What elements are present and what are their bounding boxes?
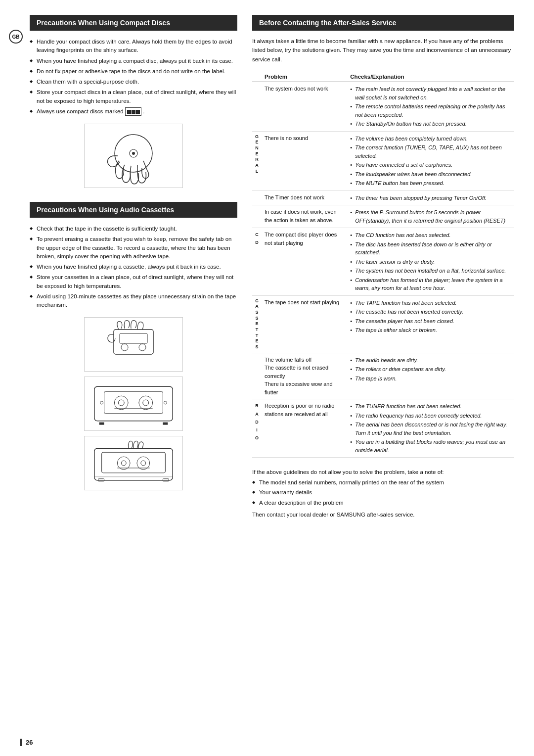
checks-cell-reset: Press the P. Surround button for 5 secon… — [347, 205, 514, 228]
cassette-device-svg — [85, 379, 182, 428]
gb-badge: GB — [9, 30, 23, 44]
svg-point-9 — [114, 396, 128, 410]
table-row: CASSETTES The tape does not start playin… — [252, 295, 514, 353]
svg-point-22 — [137, 457, 150, 470]
cassette-illustration-2 — [84, 377, 183, 431]
table-header-row: Problem Checks/Explanation — [252, 72, 514, 82]
cd-hand-svg — [89, 126, 178, 186]
svg-rect-19 — [102, 452, 166, 473]
checks-cell-timer: The timer has been stopped by pressing T… — [347, 190, 514, 205]
svg-rect-14 — [99, 423, 104, 425]
table-row: The Timer does not work The timer has be… — [252, 190, 514, 205]
footer-closing: Then contact your local dealer or SAMSUN… — [252, 510, 514, 519]
disc-bullet-3: Do not fix paper or adhesive tape to the… — [30, 66, 237, 77]
problem-cell: The system does not work — [262, 82, 347, 132]
compact-discs-header: Precautions When Using Compact Discs — [30, 15, 237, 31]
side-label-cell-cd: CD — [252, 228, 262, 296]
footer-intro: If the above guidelines do not allow you… — [252, 468, 514, 476]
svg-rect-18 — [94, 449, 173, 480]
cassette-bullet-4: Store your cassettes in a clean place, o… — [30, 272, 237, 291]
checks-cell-radio: The TUNER function has not been selected… — [347, 399, 514, 458]
footer-notes: If the above guidelines do not allow you… — [252, 468, 514, 519]
svg-point-12 — [143, 400, 149, 406]
problem-cell-reset: In case it does not work, even the actio… — [262, 205, 347, 228]
table-row: RADIO Reception is poor or no radio stat… — [252, 399, 514, 458]
footer-bullet-1: The model and serial numbers, normally p… — [252, 478, 514, 487]
aftersales-title: Before Contacting the After-Sales Servic… — [259, 19, 396, 27]
svg-rect-8 — [104, 392, 163, 414]
page-container: GB Precautions When Using Compact Discs … — [0, 0, 534, 756]
problem-cell-radio: Reception is poor or no radio stations a… — [262, 399, 347, 458]
svg-point-6 — [139, 344, 146, 351]
checks-cell: The main lead is not correctly plugged i… — [347, 82, 514, 132]
cassette-hand-svg — [89, 320, 178, 369]
side-label-cell-radio: RADIO — [252, 399, 262, 458]
table-row: GENERAL There is no sound The volume has… — [252, 131, 514, 190]
main-layout: Precautions When Using Compact Discs Han… — [30, 15, 514, 519]
footer-bullet-3: A clear description of the problem — [252, 498, 514, 507]
problem-cell-tape: The tape does not start playing — [262, 295, 347, 353]
svg-point-11 — [139, 396, 153, 410]
audio-cassettes-bullets: Check that the tape in the cassette is s… — [30, 224, 237, 310]
disc-bullet-6: Always use compact discs marked ▩▩▩ . — [30, 106, 237, 117]
checks-cell-tape: The TAPE function has not been selected.… — [347, 295, 514, 353]
audio-cassettes-title: Precautions When Using Audio Cassettes — [37, 206, 174, 214]
disc-symbol: ▩▩▩ — [125, 107, 141, 116]
audio-cassettes-header: Precautions When Using Audio Cassettes — [30, 202, 237, 218]
table-row: In case it does not work, even the actio… — [252, 205, 514, 228]
left-column: Precautions When Using Compact Discs Han… — [30, 15, 237, 519]
side-label-cell-timer — [252, 190, 262, 205]
aftersales-header: Before Contacting the After-Sales Servic… — [252, 15, 514, 31]
cassette-bullet-1: Check that the tape in the cassette is s… — [30, 224, 237, 234]
gb-label: GB — [12, 34, 20, 40]
right-column: Before Contacting the After-Sales Servic… — [252, 15, 514, 519]
svg-point-21 — [121, 461, 126, 466]
cassette-bullet-3: When you have finished playing a cassett… — [30, 262, 237, 272]
cassette-bullet-2: To prevent erasing a cassette that you w… — [30, 234, 237, 262]
checks-cell-sound: The volume has been completely turned do… — [347, 131, 514, 190]
svg-point-16 — [100, 401, 103, 404]
disc-bullet-1: Handle your compact discs with care. Alw… — [30, 37, 237, 56]
compact-discs-title: Precautions When Using Compact Discs — [37, 19, 170, 27]
side-label-cell-cass: CASSETTES — [252, 295, 262, 353]
th-problem: Problem — [262, 72, 347, 82]
cd-illustration — [84, 124, 183, 188]
th-checks: Checks/Explanation — [347, 72, 514, 82]
cassette-loading-svg — [85, 438, 182, 488]
compact-discs-section: Precautions When Using Compact Discs Han… — [30, 15, 237, 188]
problem-cell-cd: The compact disc player does not start p… — [262, 228, 347, 296]
checks-cell-volume: The audio heads are dirty. The rollers o… — [347, 353, 514, 399]
svg-rect-4 — [120, 333, 147, 343]
svg-point-2 — [132, 152, 135, 155]
disc-bullet-4: Clean them with a special-purpose cloth. — [30, 77, 237, 87]
cassette-bullet-5: Avoid using 120-minute cassettes as they… — [30, 291, 237, 311]
aftersales-intro: It always takes a little time to become … — [252, 37, 514, 64]
side-label-cell-general: GENERAL — [252, 131, 262, 190]
compact-discs-bullets: Handle your compact discs with care. Alw… — [30, 37, 237, 117]
cassette-illustration-3 — [84, 436, 183, 490]
svg-point-23 — [141, 461, 146, 466]
table-row: CD The compact disc player does not star… — [252, 228, 514, 296]
svg-point-17 — [164, 401, 167, 404]
svg-rect-15 — [163, 423, 168, 425]
problem-cell-sound: There is no sound — [262, 131, 347, 190]
svg-point-5 — [121, 344, 128, 351]
svg-point-10 — [118, 400, 124, 406]
disc-bullet-5: Store your compact discs in a clean plac… — [30, 87, 237, 106]
cassette-illustration-1 — [84, 317, 183, 372]
table-row: The system does not work The main lead i… — [252, 82, 514, 132]
svg-point-20 — [117, 457, 130, 470]
checks-cell-cd: The CD function has not been selected. T… — [347, 228, 514, 296]
page-number: 26 — [20, 739, 33, 746]
audio-cassettes-section: Precautions When Using Audio Cassettes C… — [30, 202, 237, 490]
disc-bullet-2: When you have finished playing a compact… — [30, 56, 237, 66]
trouble-table: Problem Checks/Explanation The system do… — [252, 72, 514, 458]
problem-cell-volume: The volume falls off The cassette is not… — [262, 353, 347, 399]
side-label-cell — [252, 82, 262, 132]
footer-bullet-2: Your warranty details — [252, 488, 514, 497]
table-row: The volume falls off The cassette is not… — [252, 353, 514, 399]
problem-cell-timer: The Timer does not work — [262, 190, 347, 205]
th-side — [252, 72, 262, 82]
